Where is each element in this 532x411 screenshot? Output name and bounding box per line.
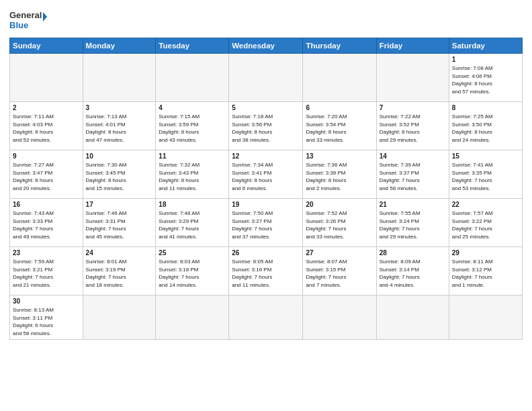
- day-info: Sunrise: 7:08 AMSunset: 4:06 PMDaylight:…: [452, 64, 519, 95]
- calendar-cell: 14Sunrise: 7:39 AMSunset: 3:37 PMDayligh…: [376, 150, 449, 199]
- calendar-cell: 25Sunrise: 8:03 AMSunset: 3:18 PMDayligh…: [156, 247, 229, 295]
- day-number: 9: [13, 152, 80, 160]
- calendar-cell: 2Sunrise: 7:11 AMSunset: 4:03 PMDaylight…: [10, 102, 83, 150]
- weekday-header-tuesday: Tuesday: [156, 38, 229, 54]
- calendar-cell: 11Sunrise: 7:32 AMSunset: 3:43 PMDayligh…: [156, 150, 229, 199]
- calendar-cell: 16Sunrise: 7:43 AMSunset: 3:33 PMDayligh…: [10, 199, 83, 247]
- day-number: 3: [86, 104, 153, 111]
- day-number: 17: [86, 201, 153, 208]
- calendar-cell: 4Sunrise: 7:15 AMSunset: 3:59 PMDaylight…: [156, 102, 229, 150]
- day-number: 21: [380, 201, 446, 208]
- calendar-cell: 5Sunrise: 7:18 AMSunset: 3:56 PMDaylight…: [229, 102, 303, 150]
- day-info: Sunrise: 7:36 AMSunset: 3:39 PMDaylight:…: [306, 161, 373, 192]
- calendar-cell: [303, 54, 376, 102]
- day-info: Sunrise: 8:05 AMSunset: 3:16 PMDaylight:…: [232, 258, 300, 289]
- calendar: SundayMondayTuesdayWednesdayThursdayFrid…: [9, 38, 523, 340]
- day-number: 8: [452, 104, 519, 111]
- svg-text:General: General: [9, 10, 42, 20]
- day-number: 19: [232, 201, 300, 208]
- day-number: 29: [452, 249, 519, 257]
- day-number: 4: [159, 104, 226, 111]
- calendar-cell: [156, 54, 229, 102]
- day-info: Sunrise: 7:15 AMSunset: 3:59 PMDaylight:…: [159, 113, 226, 144]
- calendar-cell: [83, 295, 156, 340]
- logo-svg: General Blue: [9, 8, 47, 32]
- calendar-cell: 23Sunrise: 7:59 AMSunset: 3:21 PMDayligh…: [10, 247, 83, 295]
- weekday-header-thursday: Thursday: [303, 38, 376, 54]
- calendar-cell: 20Sunrise: 7:52 AMSunset: 3:26 PMDayligh…: [303, 199, 376, 247]
- day-number: 26: [232, 249, 300, 257]
- day-info: Sunrise: 8:09 AMSunset: 3:14 PMDaylight:…: [380, 258, 446, 289]
- weekday-header-saturday: Saturday: [449, 38, 522, 54]
- day-number: 10: [86, 152, 153, 160]
- day-number: 5: [232, 104, 300, 111]
- calendar-cell: 28Sunrise: 8:09 AMSunset: 3:14 PMDayligh…: [376, 247, 449, 295]
- day-info: Sunrise: 8:07 AMSunset: 3:15 PMDaylight:…: [306, 258, 373, 289]
- day-number: 22: [452, 201, 519, 208]
- day-info: Sunrise: 7:27 AMSunset: 3:47 PMDaylight:…: [13, 161, 80, 192]
- day-number: 18: [159, 201, 226, 208]
- day-number: 1: [452, 56, 519, 63]
- day-info: Sunrise: 8:01 AMSunset: 3:19 PMDaylight:…: [86, 258, 153, 289]
- day-number: 2: [13, 104, 80, 111]
- day-info: Sunrise: 7:41 AMSunset: 3:35 PMDaylight:…: [452, 161, 519, 192]
- calendar-cell: 1Sunrise: 7:08 AMSunset: 4:06 PMDaylight…: [449, 54, 522, 102]
- day-number: 15: [452, 152, 519, 160]
- calendar-cell: 24Sunrise: 8:01 AMSunset: 3:19 PMDayligh…: [83, 247, 156, 295]
- day-number: 6: [306, 104, 373, 111]
- day-number: 7: [380, 104, 446, 111]
- calendar-cell: 22Sunrise: 7:57 AMSunset: 3:22 PMDayligh…: [449, 199, 522, 247]
- calendar-cell: 26Sunrise: 8:05 AMSunset: 3:16 PMDayligh…: [229, 247, 303, 295]
- calendar-cell: 29Sunrise: 8:11 AMSunset: 3:12 PMDayligh…: [449, 247, 522, 295]
- day-number: 28: [380, 249, 446, 257]
- calendar-cell: 12Sunrise: 7:34 AMSunset: 3:41 PMDayligh…: [229, 150, 303, 199]
- day-info: Sunrise: 8:11 AMSunset: 3:12 PMDaylight:…: [452, 258, 519, 289]
- calendar-cell: 7Sunrise: 7:22 AMSunset: 3:52 PMDaylight…: [376, 102, 449, 150]
- calendar-cell: 15Sunrise: 7:41 AMSunset: 3:35 PMDayligh…: [449, 150, 522, 199]
- day-number: 20: [306, 201, 373, 208]
- day-info: Sunrise: 7:11 AMSunset: 4:03 PMDaylight:…: [13, 113, 80, 144]
- calendar-cell: 9Sunrise: 7:27 AMSunset: 3:47 PMDaylight…: [10, 150, 83, 199]
- calendar-cell: 17Sunrise: 7:46 AMSunset: 3:31 PMDayligh…: [83, 199, 156, 247]
- day-info: Sunrise: 7:13 AMSunset: 4:01 PMDaylight:…: [86, 113, 153, 144]
- day-info: Sunrise: 7:39 AMSunset: 3:37 PMDaylight:…: [380, 161, 446, 192]
- day-info: Sunrise: 7:20 AMSunset: 3:54 PMDaylight:…: [306, 113, 373, 144]
- day-info: Sunrise: 7:57 AMSunset: 3:22 PMDaylight:…: [452, 210, 519, 240]
- day-number: 13: [306, 152, 373, 160]
- calendar-cell: 27Sunrise: 8:07 AMSunset: 3:15 PMDayligh…: [303, 247, 376, 295]
- day-info: Sunrise: 7:32 AMSunset: 3:43 PMDaylight:…: [159, 161, 226, 192]
- day-info: Sunrise: 7:52 AMSunset: 3:26 PMDaylight:…: [306, 210, 373, 240]
- day-number: 12: [232, 152, 300, 160]
- day-info: Sunrise: 7:50 AMSunset: 3:27 PMDaylight:…: [232, 210, 300, 240]
- day-info: Sunrise: 7:34 AMSunset: 3:41 PMDaylight:…: [232, 161, 300, 192]
- svg-text:Blue: Blue: [9, 20, 28, 30]
- weekday-header-sunday: Sunday: [10, 38, 83, 54]
- day-number: 25: [159, 249, 226, 257]
- header: General Blue: [9, 8, 523, 32]
- weekday-header-wednesday: Wednesday: [229, 38, 303, 54]
- calendar-cell: 6Sunrise: 7:20 AMSunset: 3:54 PMDaylight…: [303, 102, 376, 150]
- day-number: 14: [380, 152, 446, 160]
- day-number: 24: [86, 249, 153, 257]
- day-info: Sunrise: 7:30 AMSunset: 3:45 PMDaylight:…: [86, 161, 153, 192]
- day-info: Sunrise: 8:03 AMSunset: 3:18 PMDaylight:…: [159, 258, 226, 289]
- day-info: Sunrise: 7:46 AMSunset: 3:31 PMDaylight:…: [86, 210, 153, 240]
- day-info: Sunrise: 7:48 AMSunset: 3:29 PMDaylight:…: [159, 210, 226, 240]
- calendar-cell: [376, 54, 449, 102]
- day-number: 16: [13, 201, 80, 208]
- calendar-cell: [229, 54, 303, 102]
- day-info: Sunrise: 7:59 AMSunset: 3:21 PMDaylight:…: [13, 258, 80, 289]
- calendar-cell: 8Sunrise: 7:25 AMSunset: 3:50 PMDaylight…: [449, 102, 522, 150]
- day-info: Sunrise: 8:13 AMSunset: 3:11 PMDaylight:…: [13, 306, 80, 337]
- calendar-cell: 18Sunrise: 7:48 AMSunset: 3:29 PMDayligh…: [156, 199, 229, 247]
- day-number: 11: [159, 152, 226, 160]
- day-info: Sunrise: 7:25 AMSunset: 3:50 PMDaylight:…: [452, 113, 519, 144]
- weekday-header-friday: Friday: [376, 38, 449, 54]
- calendar-cell: 30Sunrise: 8:13 AMSunset: 3:11 PMDayligh…: [10, 295, 83, 340]
- day-number: 27: [306, 249, 373, 257]
- calendar-cell: 3Sunrise: 7:13 AMSunset: 4:01 PMDaylight…: [83, 102, 156, 150]
- day-info: Sunrise: 7:18 AMSunset: 3:56 PMDaylight:…: [232, 113, 300, 144]
- calendar-cell: [156, 295, 229, 340]
- calendar-cell: [449, 295, 522, 340]
- calendar-cell: [376, 295, 449, 340]
